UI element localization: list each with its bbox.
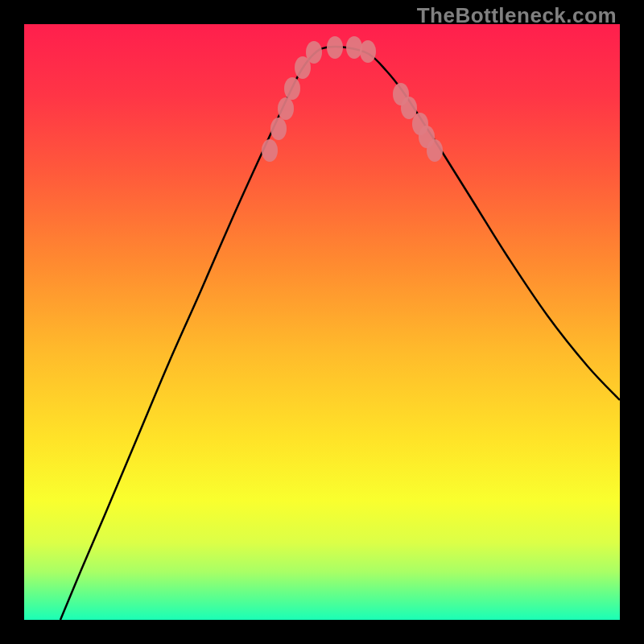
data-point (327, 36, 343, 59)
data-point (270, 118, 287, 140)
data-point (262, 139, 278, 162)
gradient-background (24, 24, 620, 620)
bottleneck-chart (24, 24, 620, 620)
chart-frame (24, 24, 620, 620)
data-point (401, 97, 417, 119)
attribution-label: TheBottleneck.com (417, 3, 617, 28)
data-point (346, 36, 362, 59)
data-point (306, 41, 322, 64)
data-point (360, 40, 376, 63)
data-point (284, 77, 300, 100)
data-point (278, 97, 294, 120)
data-point (427, 139, 443, 162)
